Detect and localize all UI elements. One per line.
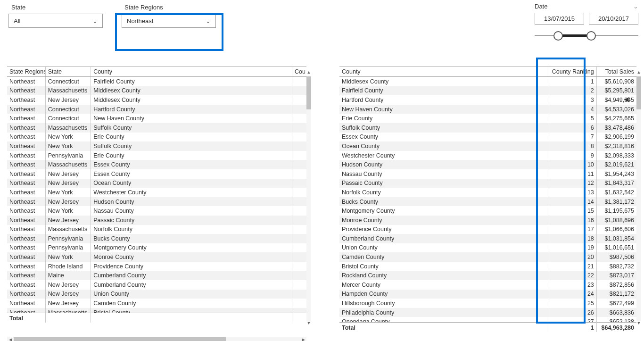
- scroll-right-icon[interactable]: ▶: [300, 337, 306, 341]
- right-table-footer: Total 1 $64,963,280: [339, 323, 636, 333]
- table-row[interactable]: Providence County17$1,066,606: [339, 225, 636, 234]
- table-row[interactable]: NortheastNew JerseyHudson County: [7, 197, 306, 207]
- table-row[interactable]: NortheastMassachusettsBristol County: [7, 308, 306, 313]
- col-county-ranking[interactable]: County Ranking: [549, 67, 597, 77]
- table-row[interactable]: NortheastNew YorkMonroe County: [7, 252, 306, 262]
- state-dropdown[interactable]: All ⌄: [8, 14, 103, 28]
- date-slider[interactable]: [535, 31, 638, 42]
- left-table-header-row: State Regions State County Cou▲: [7, 67, 306, 77]
- table-row[interactable]: Bristol County21$882,732: [339, 262, 636, 271]
- slider-thumb-end[interactable]: [586, 31, 596, 41]
- table-row[interactable]: Hampden County24$821,172: [339, 290, 636, 299]
- table-row[interactable]: Erie County5$4,275,665: [339, 114, 636, 123]
- col-truncated[interactable]: Cou▲: [292, 67, 307, 77]
- total-label: Total: [339, 323, 549, 333]
- table-row[interactable]: NortheastConnecticutFairfield County: [7, 77, 306, 86]
- col-state[interactable]: State: [45, 67, 91, 77]
- state-regions-dropdown[interactable]: Northeast ⌄: [122, 14, 216, 28]
- table-row[interactable]: Montgomery County15$1,195,675: [339, 206, 636, 216]
- table-row[interactable]: NortheastPennsylvaniaErie County: [7, 151, 306, 160]
- table-row[interactable]: NortheastPennsylvaniaMontgomery County: [7, 243, 306, 253]
- table-row[interactable]: Rockland County22$873,017: [339, 271, 636, 280]
- scroll-down-icon[interactable]: ▼: [636, 321, 641, 327]
- table-row[interactable]: Hillsborough County25$672,499: [339, 299, 636, 308]
- table-row[interactable]: Mercer County23$872,856: [339, 280, 636, 290]
- col-county[interactable]: County: [91, 67, 292, 77]
- table-row[interactable]: Cumberland County18$1,031,854: [339, 234, 636, 243]
- table-row[interactable]: NortheastNew JerseyUnion County: [7, 290, 306, 299]
- table-row[interactable]: Suffolk County6$3,478,486: [339, 123, 636, 133]
- table-row[interactable]: Fairfield County2$5,295,801: [339, 86, 636, 96]
- table-row[interactable]: NortheastNew YorkWestchester County: [7, 188, 306, 197]
- left-scrollbar-horizontal[interactable]: ◀ ▶: [7, 337, 306, 341]
- table-row[interactable]: Hudson County10$2,019,621: [339, 160, 636, 169]
- table-row[interactable]: Norfolk County13$1,632,542: [339, 188, 636, 197]
- table-row[interactable]: New Haven County4$4,533,026: [339, 105, 636, 114]
- state-filter: State All ⌄: [8, 4, 103, 28]
- table-row[interactable]: NortheastMassachusettsEssex County: [7, 160, 306, 169]
- table-row[interactable]: NortheastNew JerseyCamden County: [7, 299, 306, 308]
- table-row[interactable]: NortheastNew JerseyOcean County: [7, 179, 306, 188]
- col-county[interactable]: County: [339, 67, 549, 77]
- date-to-field[interactable]: 20/10/2017: [589, 13, 638, 25]
- col-total-sales[interactable]: Total Sales: [596, 67, 636, 77]
- scroll-thumb[interactable]: [306, 76, 311, 109]
- col-state-regions[interactable]: State Regions: [7, 67, 45, 77]
- state-dropdown-value: All: [14, 17, 20, 25]
- total-label: Total: [7, 313, 45, 323]
- table-row[interactable]: NortheastNew YorkSuffolk County: [7, 141, 306, 151]
- slider-thumb-start[interactable]: [553, 31, 563, 41]
- date-slicer: Date ⌄ 13/07/2015 20/10/2017: [535, 3, 638, 42]
- table-row[interactable]: NortheastMassachusettsSuffolk County: [7, 123, 306, 133]
- table-row[interactable]: Ocean County8$2,318,816: [339, 141, 636, 151]
- scroll-up-icon[interactable]: ▲: [636, 70, 641, 76]
- table-row[interactable]: NortheastNew YorkNassau County: [7, 206, 306, 216]
- scroll-left-icon[interactable]: ◀: [7, 337, 14, 341]
- table-row[interactable]: Essex County7$2,906,199: [339, 133, 636, 142]
- right-table-header-row: County County Ranking Total Sales: [339, 67, 636, 77]
- table-row[interactable]: Westchester County9$2,098,333: [339, 151, 636, 160]
- date-slicer-label: Date ⌄: [535, 3, 638, 10]
- scroll-down-icon[interactable]: ▼: [306, 321, 311, 327]
- table-row[interactable]: NortheastConnecticutHartford County: [7, 105, 306, 114]
- table-row[interactable]: Middlesex County1$5,610,908: [339, 77, 636, 86]
- table-row[interactable]: NortheastMassachusettsNorfolk County: [7, 225, 306, 234]
- table-row[interactable]: NortheastNew JerseyCumberland County: [7, 280, 306, 290]
- table-row[interactable]: NortheastNew YorkErie County: [7, 133, 306, 142]
- table-row[interactable]: NortheastPennsylvaniaBucks County: [7, 234, 306, 243]
- chevron-down-icon: ⌄: [92, 17, 98, 25]
- date-from-field[interactable]: 13/07/2015: [535, 13, 584, 25]
- scroll-up-icon[interactable]: ▲: [306, 70, 311, 76]
- state-regions-filter: State Regions Northeast ⌄: [122, 4, 216, 28]
- table-row[interactable]: NortheastMassachusettsMiddlesex County: [7, 86, 306, 96]
- table-row[interactable]: Camden County20$987,506: [339, 252, 636, 262]
- table-row[interactable]: NortheastNew JerseyEssex County: [7, 169, 306, 179]
- table-row[interactable]: Monroe County16$1,088,696: [339, 216, 636, 225]
- table-row[interactable]: Nassau County11$1,954,243: [339, 169, 636, 179]
- state-regions-dropdown-value: Northeast: [127, 17, 153, 25]
- scroll-thumb[interactable]: [14, 337, 226, 341]
- state-filter-label: State: [11, 4, 103, 11]
- table-row[interactable]: NortheastMaineCumberland County: [7, 271, 306, 280]
- table-row[interactable]: NortheastRhode IslandProvidence County: [7, 262, 306, 271]
- table-row[interactable]: Bucks County14$1,381,172: [339, 197, 636, 207]
- table-row[interactable]: Philadelphia County26$663,836: [339, 308, 636, 317]
- table-row[interactable]: Hartford County3$4,949,545: [339, 95, 636, 105]
- scroll-thumb[interactable]: [636, 76, 641, 109]
- table-row[interactable]: Passaic County12$1,843,317: [339, 179, 636, 188]
- state-regions-filter-label: State Regions: [124, 4, 216, 11]
- table-row[interactable]: NortheastNew JerseyPassaic County: [7, 216, 306, 225]
- chevron-down-icon: ⌄: [206, 17, 211, 25]
- table-row[interactable]: Onondaga County27$652,138: [339, 317, 636, 322]
- total-rank: 1: [549, 323, 597, 333]
- right-scrollbar-vertical[interactable]: ▲ ▼: [636, 76, 641, 321]
- table-row[interactable]: Union County19$1,016,651: [339, 243, 636, 253]
- total-sales: $64,963,280: [596, 323, 636, 333]
- table-row[interactable]: NortheastConnecticutNew Haven County: [7, 114, 306, 123]
- left-table-footer: Total: [7, 313, 306, 323]
- left-table: State Regions State County Cou▲ Northeas…: [7, 66, 306, 335]
- left-scrollbar-vertical[interactable]: ▲ ▼: [306, 76, 311, 321]
- chevron-down-icon[interactable]: ⌄: [633, 3, 638, 10]
- right-table: County County Ranking Total Sales Middle…: [339, 66, 636, 335]
- table-row[interactable]: NortheastNew JerseyMiddlesex County: [7, 95, 306, 105]
